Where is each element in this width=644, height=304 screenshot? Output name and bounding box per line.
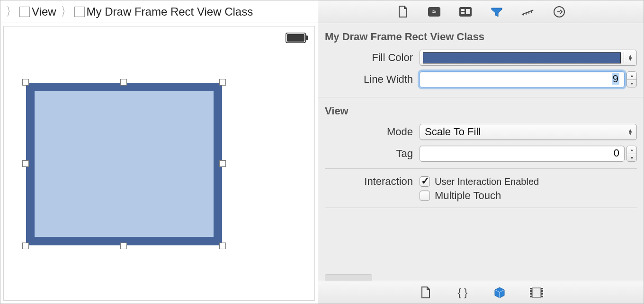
svg-text:≈: ≈ <box>432 8 436 16</box>
svg-rect-14 <box>530 292 532 293</box>
svg-rect-2 <box>306 35 308 40</box>
selection-handle[interactable] <box>22 79 29 86</box>
library-tabbar: { } <box>318 281 644 304</box>
multiple-touch-label: Multiple Touch <box>435 190 501 202</box>
line-width-value: 9 <box>612 73 619 85</box>
divider <box>624 52 624 63</box>
section-custom-class: My Draw Frame Rect View Class Fill Color… <box>318 23 644 97</box>
view-icon <box>74 7 85 17</box>
battery-icon <box>286 33 308 43</box>
selection-handle[interactable] <box>120 243 127 249</box>
svg-rect-6 <box>461 9 465 11</box>
inspector-content: My Draw Frame Rect View Class Fill Color… <box>318 23 644 281</box>
svg-rect-17 <box>541 292 543 293</box>
stepper-arrows-icon[interactable] <box>627 54 634 61</box>
file-template-library-tab[interactable] <box>419 287 433 299</box>
stepper-down-icon[interactable]: ▾ <box>627 80 636 87</box>
section-title-view: View <box>318 97 644 121</box>
fill-color-swatch <box>423 52 621 63</box>
line-width-label: Line Width <box>325 73 420 86</box>
user-interaction-checkbox[interactable] <box>420 176 430 187</box>
inspector-tabbar: ≈ <box>318 0 644 23</box>
section-view: View Mode Scale To Fill Tag 0 ▴▾ <box>318 97 644 218</box>
svg-rect-12 <box>532 288 541 297</box>
select-arrows-icon <box>629 129 632 135</box>
quickhelp-tab[interactable]: ≈ <box>427 6 441 18</box>
media-library-tab[interactable] <box>529 287 544 299</box>
selection-handle[interactable] <box>22 243 29 249</box>
view-icon <box>19 7 30 17</box>
tag-stepper[interactable]: ▴▾ <box>626 146 637 162</box>
canvas-panel: 〉 View 〉 My Draw Frame Rect View Class <box>0 0 318 304</box>
custom-rect-view[interactable] <box>26 83 222 245</box>
truncated-control <box>325 274 372 281</box>
inspector-panel: ≈ My Draw Frame Rect View Class Fill Col… <box>318 0 644 304</box>
divider <box>325 208 637 208</box>
chevron-right-icon: 〉 <box>6 3 15 20</box>
tag-label: Tag <box>325 148 420 160</box>
svg-rect-16 <box>541 289 543 290</box>
size-inspector-tab[interactable] <box>521 6 535 18</box>
file-inspector-tab[interactable] <box>396 6 410 18</box>
svg-rect-7 <box>461 12 465 14</box>
line-width-stepper[interactable]: ▴▾ <box>626 71 637 87</box>
connections-inspector-tab[interactable] <box>552 6 566 18</box>
tag-value: 0 <box>614 147 619 159</box>
svg-rect-15 <box>530 295 532 296</box>
line-width-input[interactable]: 9 <box>420 71 625 87</box>
stepper-up-icon[interactable]: ▴ <box>627 146 636 154</box>
mode-select[interactable]: Scale To Fill <box>420 124 637 140</box>
selection-handle[interactable] <box>120 79 127 86</box>
svg-rect-8 <box>466 9 470 14</box>
code-snippet-library-tab[interactable]: { } <box>456 287 470 299</box>
stepper-down-icon[interactable]: ▾ <box>627 154 636 162</box>
attributes-inspector-tab[interactable] <box>490 6 504 18</box>
svg-text:{ }: { } <box>457 287 467 298</box>
breadcrumb-item-custom[interactable]: My Draw Frame Rect View Class <box>87 5 253 18</box>
identity-inspector-tab[interactable] <box>458 6 473 18</box>
svg-rect-13 <box>530 289 532 290</box>
fill-color-well[interactable] <box>420 50 637 66</box>
svg-rect-1 <box>287 34 304 42</box>
object-library-tab[interactable] <box>492 287 507 299</box>
mode-value: Scale To Fill <box>425 126 481 138</box>
interaction-label: Interaction <box>325 175 420 188</box>
selection-handle[interactable] <box>219 243 226 249</box>
breadcrumb-item-view[interactable]: View <box>32 5 56 18</box>
selection-handle[interactable] <box>219 79 226 86</box>
selection-handle[interactable] <box>22 160 29 167</box>
chevron-right-icon: 〉 <box>61 3 70 20</box>
stepper-up-icon[interactable]: ▴ <box>627 72 636 80</box>
svg-rect-18 <box>541 295 543 296</box>
section-title-custom: My Draw Frame Rect View Class <box>318 23 644 47</box>
selection-handle[interactable] <box>219 160 226 167</box>
fill-color-label: Fill Color <box>325 52 420 64</box>
tag-input[interactable]: 0 <box>420 146 625 162</box>
mode-label: Mode <box>325 126 420 138</box>
multiple-touch-checkbox[interactable] <box>420 191 430 201</box>
user-interaction-label: User Interaction Enabled <box>435 176 539 187</box>
divider <box>325 168 637 169</box>
breadcrumb[interactable]: 〉 View 〉 My Draw Frame Rect View Class <box>0 0 318 23</box>
canvas-area[interactable] <box>0 23 318 304</box>
